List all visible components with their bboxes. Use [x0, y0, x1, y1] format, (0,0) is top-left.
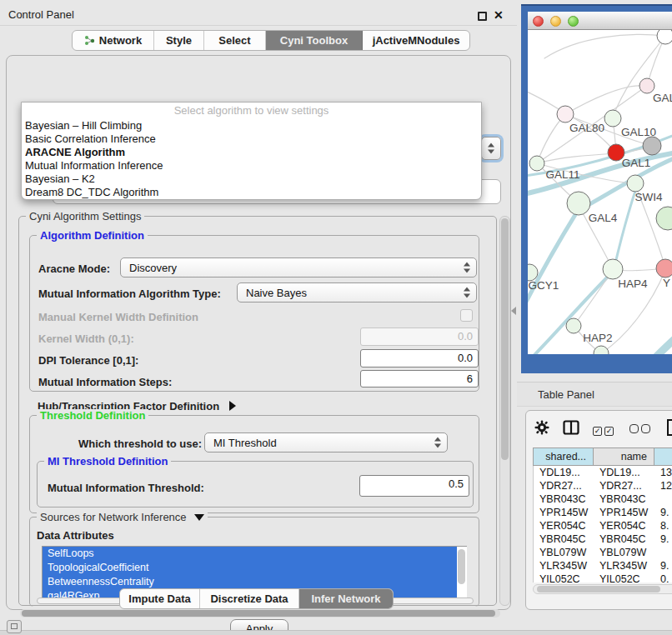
- settings-vertical-scrollbar[interactable]: [499, 216, 510, 606]
- network-node-gal11[interactable]: [529, 156, 544, 171]
- close-panel-icon[interactable]: ✕: [494, 8, 504, 22]
- tab-select[interactable]: Select: [204, 31, 266, 50]
- tab-jactivemnodules[interactable]: jActiveMNodules: [363, 31, 469, 50]
- network-window-titlebar[interactable]: [528, 12, 672, 30]
- table-row[interactable]: YLR345WYLR345W9.: [534, 559, 672, 572]
- table-cell: YER054C: [594, 519, 654, 532]
- tab-label: Select: [218, 34, 250, 47]
- tab-cyni-toolbox[interactable]: Cyni Toolbox: [266, 31, 363, 50]
- cyni-algorithm-settings-group: Cyni Algorithm Settings Algorithm Defini…: [18, 216, 497, 606]
- table-horizontal-scrollbar[interactable]: [533, 584, 672, 594]
- manual-kernel-checkbox[interactable]: [460, 309, 473, 322]
- table-cell: [654, 546, 672, 559]
- sources-group-title[interactable]: Sources for Network Inference: [37, 511, 208, 523]
- network-node[interactable]: [656, 207, 672, 230]
- algorithm-option-mutual-information-inference[interactable]: Mutual Information Inference: [22, 159, 481, 172]
- network-window-frame[interactable]: GALGAL80GAL10GAL1GAL11SWI4GAL4GCY1HAP4YH…: [521, 4, 672, 373]
- network-node-hap4[interactable]: [603, 259, 623, 279]
- scrollbar-thumb[interactable]: [22, 610, 495, 617]
- attribute-item-selfloops[interactable]: SelfLoops: [43, 547, 466, 561]
- new-table-icon[interactable]: [666, 418, 672, 440]
- table-cell: YLR345W: [534, 559, 594, 572]
- minimize-window-icon[interactable]: [550, 16, 561, 27]
- column-header-shared[interactable]: shared...: [534, 448, 594, 465]
- mi-algorithm-type-select[interactable]: Naive Bayes: [237, 282, 477, 302]
- table-cell: 9.: [654, 559, 672, 572]
- float-panel-icon[interactable]: [478, 12, 487, 21]
- network-node[interactable]: [594, 346, 609, 354]
- tab-style[interactable]: Style: [154, 31, 204, 50]
- table-row[interactable]: YDR27...YDR27...12: [534, 479, 672, 492]
- close-window-icon[interactable]: [533, 16, 544, 27]
- table-row[interactable]: YBR045CYBR045C9.: [534, 532, 672, 546]
- table-cell: YBR043C: [534, 492, 594, 506]
- scrollbar-thumb[interactable]: [458, 549, 465, 584]
- select-all-columns-icon[interactable]: ✓✓: [593, 422, 616, 437]
- algorithm-option-basic-correlation-inference[interactable]: Basic Correlation Inference: [22, 132, 481, 146]
- node-label-gal: GAL: [653, 92, 672, 104]
- network-edge: [528, 213, 576, 315]
- algorithm-option-bayesian-k2[interactable]: Bayesian – K2: [22, 172, 481, 186]
- table-row[interactable]: YIL052CYIL052C0.: [534, 572, 672, 582]
- attribute-item-topologicalcoefficient[interactable]: TopologicalCoefficient: [43, 561, 466, 575]
- table-row[interactable]: YDL19...YDL19...13: [534, 466, 672, 479]
- tab-infer-network[interactable]: Infer Network: [299, 589, 393, 608]
- network-node-gal4[interactable]: [567, 192, 590, 215]
- zoom-window-icon[interactable]: [568, 16, 579, 27]
- mi-threshold-definition-title: MI Threshold Definition: [44, 455, 171, 468]
- split-columns-icon[interactable]: [563, 420, 579, 438]
- mi-threshold-label: Mutual Information Threshold:: [48, 482, 204, 494]
- network-node-gal80[interactable]: [557, 106, 574, 122]
- algorithm-combo-stepper[interactable]: [481, 137, 501, 160]
- settings-horizontal-scrollbar[interactable]: [20, 609, 500, 618]
- network-node-y[interactable]: [656, 259, 672, 278]
- table-cell: 9.: [654, 506, 672, 519]
- algorithm-option-bayesian-hill-climbing[interactable]: Bayesian – Hill Climbing: [22, 119, 481, 132]
- gear-icon[interactable]: [534, 420, 549, 438]
- control-panel-title: Control Panel: [8, 8, 74, 21]
- unselect-all-columns-icon[interactable]: [629, 422, 653, 437]
- table-row[interactable]: YBL079WYBL079W: [534, 546, 672, 559]
- table-cell: YDL19...: [534, 466, 594, 479]
- dpi-tolerance-field[interactable]: 0.0: [360, 349, 479, 368]
- attributes-vertical-scrollbar[interactable]: [457, 547, 467, 602]
- column-header-name[interactable]: name: [594, 448, 654, 465]
- tab-label: Cyni Toolbox: [280, 34, 348, 47]
- manual-kernel-label: Manual Kernel Width Definition: [38, 311, 198, 323]
- scrollbar-thumb[interactable]: [501, 218, 509, 460]
- mi-steps-field[interactable]: 6: [360, 370, 479, 388]
- network-node-hap2[interactable]: [566, 318, 581, 333]
- table-cell: YBR045C: [534, 532, 594, 546]
- restore-panel-button[interactable]: [7, 620, 22, 633]
- tab-discretize-data[interactable]: Discretize Data: [200, 589, 299, 608]
- splitter-collapse-arrow[interactable]: [511, 307, 516, 315]
- table-cell: YER054C: [534, 519, 594, 532]
- which-threshold-select[interactable]: MI Threshold: [204, 432, 448, 452]
- aracne-mode-select[interactable]: Discovery: [120, 258, 477, 278]
- tab-network[interactable]: Network: [73, 31, 154, 50]
- table-row[interactable]: YER054CYER054C8.: [534, 519, 672, 532]
- algorithm-option-dream8-dc-tdc-algorithm[interactable]: Dream8 DC_TDC Algorithm: [22, 186, 481, 199]
- which-threshold-value: MI Threshold: [213, 437, 277, 449]
- threshold-definition-title: Threshold Definition: [37, 409, 148, 422]
- mi-threshold-definition-group: MI Threshold Definition Mutual Informati…: [37, 461, 474, 508]
- kernel-width-field[interactable]: 0.0: [360, 328, 479, 346]
- network-node-gal10[interactable]: [604, 110, 621, 127]
- tab-impute-data[interactable]: Impute Data: [120, 589, 200, 608]
- algorithm-option-aracne-algorithm[interactable]: ARACNE Algorithm: [22, 146, 481, 159]
- network-node-swi4[interactable]: [627, 175, 644, 192]
- scrollbar-thumb[interactable]: [537, 586, 660, 592]
- mi-threshold-field[interactable]: 0.5: [359, 475, 469, 497]
- node-label-y: Y: [663, 277, 670, 289]
- network-edge: [544, 34, 665, 58]
- table-toolbar: ✓✓: [534, 418, 672, 441]
- collapse-arrow-icon: [194, 514, 204, 521]
- network-node[interactable]: [657, 30, 672, 44]
- attribute-item-betweennesscentrality[interactable]: BetweennessCentrality: [43, 575, 466, 589]
- column-header-cut[interactable]: [654, 448, 672, 465]
- table-row[interactable]: YPR145WYPR145W9.: [534, 506, 672, 519]
- table-cell: YBL079W: [534, 546, 594, 559]
- network-node[interactable]: [643, 137, 661, 155]
- network-canvas[interactable]: GALGAL80GAL10GAL1GAL11SWI4GAL4GCY1HAP4YH…: [528, 30, 672, 354]
- table-row[interactable]: YBR043CYBR043C: [534, 492, 672, 506]
